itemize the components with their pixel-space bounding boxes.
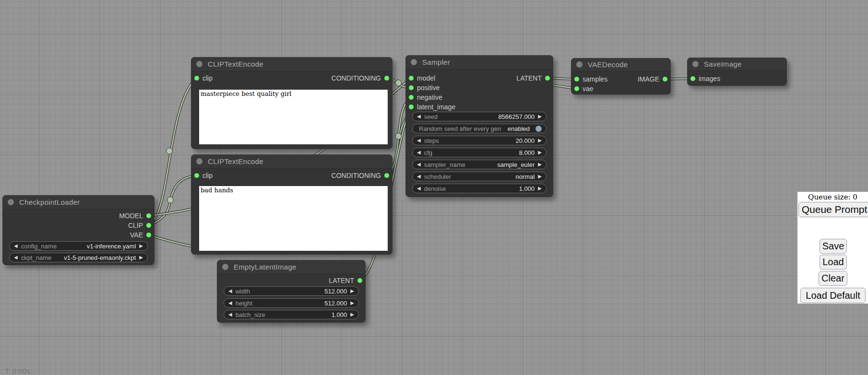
- widget-batch-size[interactable]: ◀ batch_size 1.000 ▶: [224, 310, 359, 319]
- decrement-arrow-icon[interactable]: ◀: [417, 186, 421, 191]
- decrement-arrow-icon[interactable]: ◀: [417, 150, 421, 155]
- link-midpoint-dot[interactable]: [167, 197, 174, 203]
- widget-cfg[interactable]: ◀ cfg 8.000 ▶: [412, 148, 547, 157]
- toggle-dot-icon[interactable]: [535, 126, 542, 132]
- node-titlebar[interactable]: CLIPTextEncode: [191, 57, 392, 71]
- node-vae-decode[interactable]: VAEDecode samples vae IMAGE: [571, 58, 671, 94]
- widget-config-name[interactable]: ◀ config_name v1-inference.yaml ▶: [9, 241, 148, 251]
- output-slot-clip[interactable]: CLIP: [128, 221, 151, 230]
- output-slot-vae[interactable]: VAE: [130, 230, 151, 240]
- node-titlebar[interactable]: VAEDecode: [571, 58, 671, 71]
- input-dot-icon[interactable]: [409, 85, 414, 90]
- input-dot-icon[interactable]: [194, 173, 199, 178]
- node-clip-text-encode-negative[interactable]: CLIPTextEncode clip CONDITIONING bad han…: [191, 154, 392, 255]
- node-clip-text-encode-positive[interactable]: CLIPTextEncode clip CONDITIONING masterp…: [191, 57, 392, 149]
- node-titlebar[interactable]: Sampler: [405, 55, 553, 70]
- output-dot-icon[interactable]: [545, 76, 550, 81]
- input-slot-model[interactable]: model: [409, 73, 435, 83]
- output-dot-icon[interactable]: [384, 76, 389, 81]
- output-slot-model[interactable]: MODEL: [119, 211, 151, 221]
- link-midpoint-dot[interactable]: [395, 133, 402, 140]
- input-slot-negative[interactable]: negative: [409, 93, 442, 102]
- queue-prompt-button[interactable]: Queue Prompt: [798, 202, 868, 217]
- node-checkpoint-loader[interactable]: CheckpointLoader MODEL CLIP VAE ◀ config…: [2, 195, 155, 265]
- increment-arrow-icon[interactable]: ▶: [538, 138, 542, 143]
- load-button[interactable]: Load: [820, 255, 847, 270]
- node-titlebar[interactable]: CLIPTextEncode: [191, 154, 392, 169]
- decrement-arrow-icon[interactable]: ◀: [14, 255, 18, 260]
- node-collapse-dot[interactable]: [411, 59, 417, 65]
- negative-prompt-textarea[interactable]: bad hands: [199, 186, 388, 251]
- input-dot-icon[interactable]: [574, 77, 579, 82]
- input-slot-latent-image[interactable]: latent_image: [409, 102, 455, 112]
- link-midpoint-dot[interactable]: [166, 148, 173, 154]
- input-slot-vae[interactable]: vae: [574, 84, 594, 94]
- node-collapse-dot[interactable]: [196, 158, 202, 164]
- widget-seed[interactable]: ◀ seed 8566257.000 ▶: [412, 112, 547, 121]
- decrement-arrow-icon[interactable]: ◀: [417, 162, 421, 167]
- increment-arrow-icon[interactable]: ▶: [139, 255, 143, 260]
- clear-button[interactable]: Clear: [819, 271, 847, 286]
- input-dot-icon[interactable]: [690, 76, 695, 81]
- input-dot-icon[interactable]: [409, 105, 414, 109]
- increment-arrow-icon[interactable]: ▶: [538, 114, 542, 119]
- increment-arrow-icon[interactable]: ▶: [538, 162, 542, 167]
- input-dot-icon[interactable]: [409, 76, 414, 81]
- widget-scheduler[interactable]: ◀ scheduler normal ▶: [412, 172, 547, 181]
- increment-arrow-icon[interactable]: ▶: [350, 312, 354, 317]
- input-dot-icon[interactable]: [194, 76, 199, 81]
- output-slot-conditioning[interactable]: CONDITIONING: [332, 171, 389, 180]
- input-slot-positive[interactable]: positive: [409, 83, 440, 93]
- node-collapse-dot[interactable]: [576, 61, 583, 68]
- output-slot-latent[interactable]: LATENT: [516, 73, 550, 83]
- graph-canvas[interactable]: CheckpointLoader MODEL CLIP VAE ◀ config…: [0, 0, 868, 375]
- output-dot-icon[interactable]: [384, 173, 389, 178]
- increment-arrow-icon[interactable]: ▶: [538, 186, 542, 191]
- node-save-image[interactable]: SaveImage images: [687, 58, 787, 86]
- decrement-arrow-icon[interactable]: ◀: [417, 138, 421, 143]
- increment-arrow-icon[interactable]: ▶: [350, 289, 354, 293]
- node-collapse-dot[interactable]: [8, 199, 14, 205]
- node-titlebar[interactable]: EmptyLatentImage: [217, 260, 366, 274]
- widget-height[interactable]: ◀ height 512.000 ▶: [224, 298, 359, 308]
- increment-arrow-icon[interactable]: ▶: [139, 244, 143, 248]
- output-dot-icon[interactable]: [357, 278, 362, 283]
- load-default-button[interactable]: Load Default: [800, 288, 866, 303]
- output-dot-icon[interactable]: [663, 77, 667, 82]
- input-dot-icon[interactable]: [574, 86, 579, 91]
- decrement-arrow-icon[interactable]: ◀: [228, 301, 232, 305]
- node-sampler[interactable]: Sampler model positive negative latent_i…: [405, 55, 553, 197]
- widget-random-seed-toggle[interactable]: Random seed after every gen enabled: [412, 124, 547, 133]
- output-slot-image[interactable]: IMAGE: [638, 74, 667, 84]
- input-slot-samples[interactable]: samples: [574, 74, 607, 84]
- node-collapse-dot[interactable]: [692, 61, 699, 67]
- widget-steps[interactable]: ◀ steps 20.000 ▶: [412, 136, 547, 145]
- positive-prompt-textarea[interactable]: masterpiece best quality girl: [199, 90, 388, 144]
- node-empty-latent-image[interactable]: EmptyLatentImage LATENT ◀ width 512.000 …: [217, 260, 366, 323]
- save-button[interactable]: Save: [820, 239, 847, 254]
- decrement-arrow-icon[interactable]: ◀: [228, 312, 232, 317]
- increment-arrow-icon[interactable]: ▶: [350, 301, 354, 305]
- node-collapse-dot[interactable]: [196, 61, 202, 67]
- widget-ckpt-name[interactable]: ◀ ckpt_name v1-5-pruned-emaonly.ckpt ▶: [9, 253, 148, 262]
- output-slot-latent[interactable]: LATENT: [329, 276, 362, 285]
- decrement-arrow-icon[interactable]: ◀: [14, 244, 18, 248]
- node-titlebar[interactable]: SaveImage: [687, 58, 787, 71]
- input-slot-images[interactable]: images: [690, 74, 720, 83]
- output-slot-conditioning[interactable]: CONDITIONING: [332, 73, 389, 83]
- input-slot-clip[interactable]: clip: [194, 73, 213, 83]
- decrement-arrow-icon[interactable]: ◀: [417, 174, 421, 179]
- output-dot-icon[interactable]: [146, 213, 151, 218]
- input-slot-clip[interactable]: clip: [194, 171, 213, 180]
- decrement-arrow-icon[interactable]: ◀: [417, 114, 421, 119]
- widget-sampler-name[interactable]: ◀ sampler_name sample_euler ▶: [412, 160, 547, 169]
- node-collapse-dot[interactable]: [222, 264, 228, 270]
- widget-denoise[interactable]: ◀ denoise 1.000 ▶: [412, 184, 547, 193]
- node-titlebar[interactable]: CheckpointLoader: [2, 195, 155, 210]
- widget-width[interactable]: ◀ width 512.000 ▶: [224, 286, 359, 296]
- link-midpoint-dot[interactable]: [395, 80, 402, 86]
- decrement-arrow-icon[interactable]: ◀: [228, 289, 232, 293]
- output-dot-icon[interactable]: [146, 233, 151, 237]
- output-dot-icon[interactable]: [146, 223, 151, 228]
- increment-arrow-icon[interactable]: ▶: [538, 150, 542, 155]
